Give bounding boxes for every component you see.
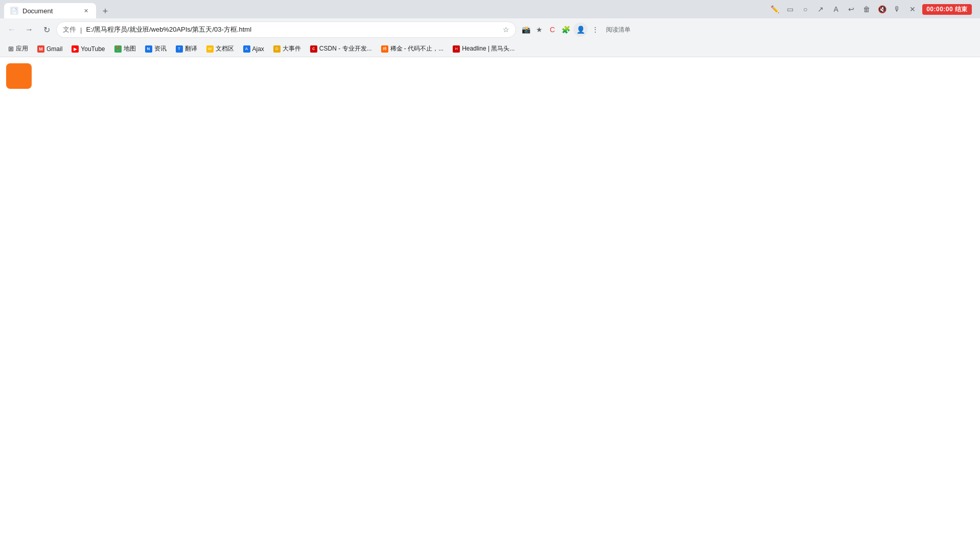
address-separator: | — [80, 26, 82, 34]
timer-badge[interactable]: 00:00:00 结束 — [922, 4, 972, 15]
tab-favicon: 📄 — [10, 7, 18, 15]
hejin-label: 稀金 - 代码不止，... — [390, 44, 444, 53]
browser-chrome: 📄 Document ✕ + ✏️ ▭ ○ ↗ A ↩ 🗑 🔇 🎙 ✕ 00:0… — [0, 0, 980, 57]
collections-icon[interactable]: C — [547, 24, 558, 35]
bookmark-gmail[interactable]: M Gmail — [33, 44, 66, 54]
bookmark-headline[interactable]: H Headline | 黑马头... — [449, 43, 519, 55]
edit-icon[interactable]: ✏️ — [769, 4, 780, 15]
ajax-label: Ajax — [252, 45, 264, 53]
address-bar[interactable]: 文件 | E:/黑马程序员/就业班/web%20APIs/第五天/03-方框.h… — [56, 21, 516, 38]
bookmark-wenquka[interactable]: W 文档区 — [202, 43, 238, 55]
arrow-icon[interactable]: ↗ — [815, 4, 826, 15]
menu-icon[interactable]: ⋮ — [590, 24, 601, 35]
bookmark-translate[interactable]: T 翻译 — [172, 43, 201, 55]
circle-icon[interactable]: ○ — [800, 4, 811, 15]
forward-button[interactable]: → — [21, 22, 37, 37]
bookmark-news[interactable]: N 资讯 — [141, 43, 171, 55]
headline-favicon: H — [453, 45, 460, 53]
back-button[interactable]: ← — [4, 22, 19, 37]
screenshot-icon[interactable]: 📸 — [520, 24, 531, 35]
nav-right-buttons: 📸 ★ C 🧩 👤 ⋮ 阅读清单 — [520, 22, 634, 37]
hejin-favicon: 稀 — [381, 45, 388, 53]
gmail-favicon: M — [37, 45, 44, 53]
apps-button[interactable]: ⊞ 应用 — [4, 43, 32, 55]
tab-bar: 📄 Document ✕ + — [4, 0, 767, 18]
toolbar-right: ✏️ ▭ ○ ↗ A ↩ 🗑 🔇 🎙 ✕ 00:00:00 结束 — [769, 4, 976, 15]
csdn-favicon: C — [310, 45, 317, 53]
tab-close-button[interactable]: ✕ — [82, 7, 90, 15]
maps-label: 地图 — [124, 44, 136, 53]
active-tab[interactable]: 📄 Document ✕ — [4, 3, 96, 18]
reading-list-icon[interactable]: 阅读清单 — [603, 24, 634, 35]
news-label: 资讯 — [154, 44, 167, 53]
text-icon[interactable]: A — [830, 4, 842, 15]
youtube-label: YouTube — [81, 45, 105, 53]
apps-grid-icon: ⊞ — [8, 45, 14, 53]
address-url: E:/黑马程序员/就业班/web%20APIs/第五天/03-方框.html — [86, 25, 499, 34]
maps-favicon: 📍 — [114, 45, 122, 53]
mute-icon[interactable]: 🔇 — [876, 4, 888, 15]
headline-label: Headline | 黑马头... — [462, 44, 515, 53]
close-icon[interactable]: ✕ — [907, 4, 918, 15]
translate-favicon: T — [176, 45, 183, 53]
profile-avatar[interactable]: 👤 — [573, 22, 588, 37]
gmail-label: Gmail — [46, 45, 62, 53]
rectangle-icon[interactable]: ▭ — [784, 4, 796, 15]
title-bar: 📄 Document ✕ + ✏️ ▭ ○ ↗ A ↩ 🗑 🔇 🎙 ✕ 00:0… — [0, 0, 980, 18]
orange-box — [6, 63, 32, 89]
clear-icon[interactable]: 🗑 — [861, 4, 872, 15]
dashijian-label: 大事件 — [283, 44, 301, 53]
bookmark-youtube[interactable]: ▶ YouTube — [67, 44, 109, 54]
bookmark-maps[interactable]: 📍 地图 — [110, 43, 140, 55]
page-content — [0, 57, 980, 517]
wenquka-label: 文档区 — [216, 44, 234, 53]
reload-button[interactable]: ↻ — [39, 22, 54, 37]
youtube-favicon: ▶ — [72, 45, 79, 53]
bookmark-dashijian[interactable]: D 大事件 — [269, 43, 305, 55]
favorites-icon[interactable]: ★ — [533, 24, 545, 35]
bookmark-star-icon[interactable]: ☆ — [503, 26, 509, 34]
undo-icon[interactable]: ↩ — [846, 4, 857, 15]
apps-label: 应用 — [16, 44, 28, 53]
new-tab-button[interactable]: + — [98, 4, 112, 18]
tab-title: Document — [22, 7, 78, 15]
bookmarks-bar: ⊞ 应用 M Gmail ▶ YouTube 📍 地图 N 资讯 T 翻译 — [0, 41, 980, 57]
bookmark-csdn[interactable]: C CSDN - 专业开发... — [306, 43, 376, 55]
news-favicon: N — [145, 45, 152, 53]
address-prefix: 文件 — [63, 25, 76, 34]
csdn-label: CSDN - 专业开发... — [319, 44, 372, 53]
translate-label: 翻译 — [185, 44, 197, 53]
bookmark-hejin[interactable]: 稀 稀金 - 代码不止，... — [377, 43, 448, 55]
ajax-favicon: A — [243, 45, 250, 53]
wenquka-favicon: W — [206, 45, 214, 53]
bookmark-ajax[interactable]: A Ajax — [239, 44, 268, 54]
nav-bar: ← → ↻ 文件 | E:/黑马程序员/就业班/web%20APIs/第五天/0… — [0, 18, 980, 41]
mic-icon[interactable]: 🎙 — [892, 4, 903, 15]
extensions-icon[interactable]: 🧩 — [560, 24, 571, 35]
dashijian-favicon: D — [273, 45, 281, 53]
